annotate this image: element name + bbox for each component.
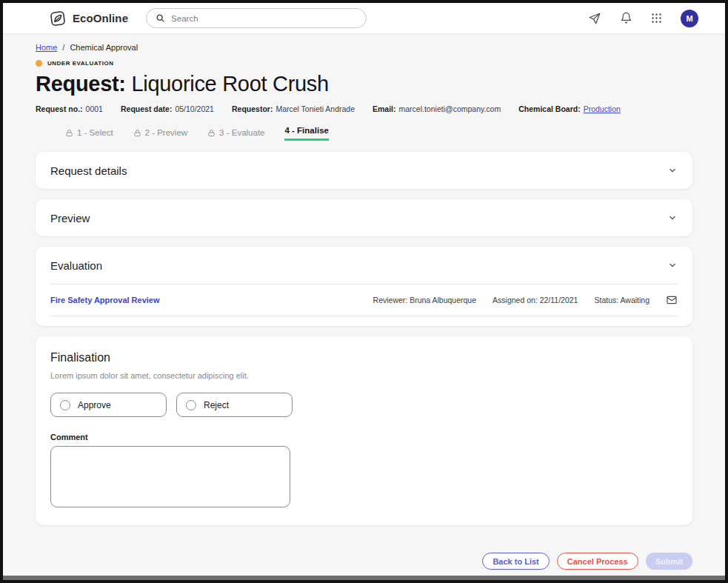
- chevron-down-icon[interactable]: [667, 213, 678, 223]
- mail-icon[interactable]: [666, 294, 678, 306]
- lock-icon: [207, 129, 216, 137]
- approve-label: Approve: [78, 400, 111, 410]
- footer-actions: Back to List Cancel Process Submit: [36, 553, 692, 570]
- top-navbar: EcoOnline: [3, 3, 725, 34]
- bell-icon[interactable]: [620, 12, 632, 24]
- step-3-evaluate: 3 - Evaluate: [207, 128, 264, 141]
- page-title-prefix: Request:: [36, 72, 126, 96]
- evaluation-card: Evaluation Fire Safety Approval Review R…: [36, 247, 692, 326]
- header-actions: M: [588, 10, 698, 27]
- reject-option[interactable]: Reject: [176, 393, 293, 417]
- app-window: EcoOnline: [0, 0, 728, 583]
- submit-button[interactable]: Submit: [646, 553, 692, 570]
- step-2-preview: 2 - Preview: [133, 128, 188, 141]
- page-title: Request: Liquorice Root Crush: [36, 72, 692, 96]
- finalisation-description: Lorem ipsum dolor sit amet, consectetur …: [50, 371, 678, 380]
- evaluation-header[interactable]: Evaluation: [36, 247, 692, 284]
- fire-safety-review-link[interactable]: Fire Safety Approval Review: [50, 296, 160, 304]
- finalisation-card: Finalisation Lorem ipsum dolor sit amet,…: [36, 336, 692, 525]
- evaluation-title: Evaluation: [50, 259, 102, 272]
- apps-grid-icon[interactable]: [651, 13, 662, 24]
- breadcrumb-current: Chemical Approval: [70, 43, 138, 52]
- review-status-text: Status: Awaiting: [594, 296, 649, 304]
- meta-request-no: Request no.: 0001: [36, 104, 103, 113]
- assigned-on-text: Assigned on: 22/11/2021: [492, 296, 578, 304]
- user-avatar[interactable]: M: [681, 10, 698, 27]
- request-details-header[interactable]: Request details: [36, 152, 692, 189]
- comment-label: Comment: [50, 433, 678, 442]
- window-frame-bottom: [3, 576, 725, 580]
- brand-logo[interactable]: EcoOnline: [49, 10, 128, 27]
- breadcrumb-separator: /: [62, 43, 64, 52]
- breadcrumb-home-link[interactable]: Home: [36, 43, 57, 52]
- status-label: UNDER EVALUATION: [47, 60, 113, 67]
- page-title-name: Liquorice Root Crush: [131, 72, 328, 96]
- brand-name: EcoOnline: [73, 12, 128, 24]
- meta-email: Email: marcel.tonieti@company.com: [373, 104, 501, 113]
- breadcrumb: Home / Chemical Approval: [36, 34, 692, 52]
- reviewer-text: Reviewer: Bruna Albuquerque: [373, 296, 477, 304]
- request-details-card: Request details: [36, 152, 692, 189]
- preview-card: Preview: [36, 199, 692, 236]
- search-bar[interactable]: [146, 8, 367, 28]
- evaluation-review-row: Fire Safety Approval Review Reviewer: Br…: [36, 284, 692, 316]
- chevron-down-icon[interactable]: [667, 260, 678, 270]
- review-meta: Reviewer: Bruna Albuquerque Assigned on:…: [373, 294, 678, 306]
- status-dot-icon: [36, 60, 42, 67]
- meta-requestor: Requestor: Marcel Tonieti Andrade: [232, 104, 355, 113]
- step-4-finalise[interactable]: 4 - Finalise: [284, 126, 328, 141]
- lock-icon: [133, 129, 141, 137]
- send-icon[interactable]: [588, 12, 601, 25]
- chemical-board-link[interactable]: Production: [584, 104, 621, 113]
- wizard-steps: 1 - Select 2 - Preview 3 - Evaluate: [65, 126, 692, 141]
- search-icon: [156, 13, 165, 23]
- request-meta: Request no.: 0001 Request date: 05/10/20…: [36, 104, 692, 113]
- page-content: Home / Chemical Approval UNDER EVALUATIO…: [3, 34, 725, 576]
- cancel-process-button[interactable]: Cancel Process: [557, 553, 638, 570]
- reject-label: Reject: [204, 400, 229, 410]
- step-1-select: 1 - Select: [65, 128, 113, 141]
- comment-textarea[interactable]: [50, 446, 290, 507]
- chevron-down-icon[interactable]: [667, 165, 678, 176]
- status-badge: UNDER EVALUATION: [36, 60, 692, 67]
- finalisation-title: Finalisation: [50, 351, 678, 364]
- decision-options: Approve Reject: [50, 393, 678, 417]
- meta-chemical-board: Chemical Board: Production: [518, 104, 621, 113]
- approve-option[interactable]: Approve: [50, 393, 167, 417]
- back-to-list-button[interactable]: Back to List: [482, 553, 549, 570]
- radio-unchecked-icon: [186, 400, 196, 410]
- leaf-logo-icon: [49, 10, 67, 27]
- search-input[interactable]: [171, 14, 357, 23]
- request-details-title: Request details: [50, 164, 127, 177]
- preview-title: Preview: [50, 212, 90, 224]
- radio-unchecked-icon: [60, 400, 70, 410]
- meta-request-date: Request date: 05/10/2021: [121, 104, 214, 113]
- preview-header[interactable]: Preview: [36, 199, 692, 236]
- lock-icon: [65, 129, 73, 137]
